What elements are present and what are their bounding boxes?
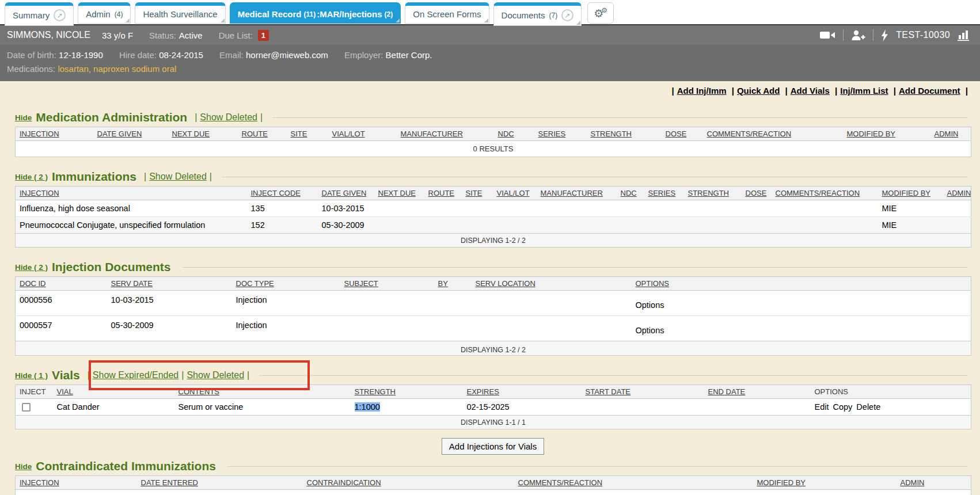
vial-select-checkbox[interactable] bbox=[22, 403, 31, 412]
add-patient-icon[interactable] bbox=[851, 30, 865, 41]
col-strength[interactable]: STRENGTH bbox=[587, 127, 662, 141]
col-contents[interactable]: CONTENTS bbox=[174, 385, 351, 399]
open-in-new-icon[interactable]: ↗ bbox=[561, 9, 573, 21]
copy-link[interactable]: Copy bbox=[833, 402, 853, 412]
delete-link[interactable]: Delete bbox=[856, 402, 880, 412]
col-route[interactable]: ROUTE bbox=[424, 186, 462, 200]
col-admin[interactable]: ADMIN bbox=[897, 476, 971, 490]
col-comments-reaction[interactable]: COMMENTS/REACTION bbox=[772, 186, 878, 200]
col-comments-reaction[interactable]: COMMENTS/REACTION bbox=[703, 127, 843, 141]
col-modified-by[interactable]: MODIFIED BY bbox=[753, 476, 897, 490]
col-date-entered[interactable]: DATE ENTERED bbox=[137, 476, 303, 490]
patient-id: TEST-10030 bbox=[896, 30, 950, 40]
col-next-due[interactable]: NEXT DUE bbox=[168, 127, 238, 141]
col-dose[interactable]: DOSE bbox=[662, 127, 703, 141]
document-row[interactable]: 0000556 10-03-2015 Injection Options bbox=[16, 291, 971, 316]
vials-hide-link[interactable]: Hide ( 1 ) bbox=[15, 371, 48, 380]
injection-documents-hide-link[interactable]: Hide ( 2 ) bbox=[15, 263, 48, 272]
options-menu[interactable]: Options bbox=[632, 291, 971, 316]
medication-link[interactable]: naproxen sodium oral bbox=[93, 64, 176, 74]
col-series[interactable]: SERIES bbox=[644, 186, 684, 200]
col-vial-lot[interactable]: VIAL/LOT bbox=[493, 186, 537, 200]
video-camera-icon[interactable] bbox=[820, 31, 835, 40]
immunizations-hide-link[interactable]: Hide ( 2 ) bbox=[15, 173, 48, 181]
mar-show-deleted-link[interactable]: Show Deleted bbox=[200, 112, 257, 123]
immunizations-show-deleted-link[interactable]: Show Deleted bbox=[149, 172, 207, 182]
vial-row[interactable]: Cat Dander Serum or vaccine 1:1000 02-15… bbox=[16, 399, 971, 416]
tab-bar: Summary ↗ Admin (4) Health Surveillance … bbox=[0, 0, 980, 24]
options-menu[interactable]: Options bbox=[632, 316, 971, 341]
vials-show-deleted-link[interactable]: Show Deleted bbox=[187, 370, 244, 380]
col-ndc[interactable]: NDC bbox=[494, 127, 534, 141]
tab-on-screen-forms[interactable]: On Screen Forms bbox=[405, 2, 489, 24]
col-doc-type[interactable]: DOC TYPE bbox=[232, 277, 340, 291]
col-serv-date[interactable]: SERV DATE bbox=[107, 277, 232, 291]
col-strength[interactable]: STRENGTH bbox=[351, 385, 463, 399]
vials-show-expired-link[interactable]: Show Expired/Ended bbox=[93, 370, 178, 380]
paging-status: DISPLAYING 1-2 / 2 bbox=[16, 341, 971, 356]
col-injection[interactable]: INJECTION bbox=[16, 186, 247, 200]
col-dose[interactable]: DOSE bbox=[742, 186, 772, 200]
tab-admin-label: Admin bbox=[86, 9, 111, 19]
add-document-link[interactable]: Add Document bbox=[899, 86, 960, 96]
col-site[interactable]: SITE bbox=[287, 127, 328, 141]
col-options[interactable]: OPTIONS bbox=[632, 277, 971, 291]
immunization-row[interactable]: Influenza, high dose seasonal 135 10-03-… bbox=[16, 200, 971, 217]
col-date-given[interactable]: DATE GIVEN bbox=[318, 186, 374, 200]
col-expires[interactable]: EXPIRES bbox=[463, 385, 582, 399]
col-doc-id[interactable]: DOC ID bbox=[16, 277, 107, 291]
inj-imm-list-link[interactable]: Inj/Imm List bbox=[840, 86, 888, 96]
col-start-date[interactable]: START DATE bbox=[582, 385, 704, 399]
tab-summary[interactable]: Summary ↗ bbox=[5, 2, 74, 26]
col-modified-by[interactable]: MODIFIED BY bbox=[843, 127, 930, 141]
medication-link[interactable]: losartan bbox=[58, 64, 88, 74]
col-contraindication[interactable]: CONTRAINDICATION bbox=[303, 476, 514, 490]
col-strength[interactable]: STRENGTH bbox=[684, 186, 742, 200]
col-vial[interactable]: VIAL bbox=[53, 385, 174, 399]
add-inj-imm-link[interactable]: Add Inj/Imm bbox=[677, 86, 727, 96]
contraindicated-hide-link[interactable]: Hide bbox=[15, 462, 32, 471]
col-comments-reaction[interactable]: COMMENTS/REACTION bbox=[514, 476, 753, 490]
col-injection[interactable]: INJECTION bbox=[16, 476, 137, 490]
due-list-badge[interactable]: 1 bbox=[258, 30, 269, 41]
col-inject-code[interactable]: INJECT CODE bbox=[247, 186, 318, 200]
document-row[interactable]: 0000557 05-30-2009 Injection Options bbox=[16, 316, 971, 341]
add-injections-for-vials-button[interactable]: Add Injections for Vials bbox=[442, 438, 544, 455]
medications-line: Medications: losartan, naproxen sodium o… bbox=[7, 62, 971, 76]
col-series[interactable]: SERIES bbox=[534, 127, 587, 141]
col-modified-by[interactable]: MODIFIED BY bbox=[878, 186, 943, 200]
immunization-row[interactable]: Pneumococcal Conjugate, unspecified form… bbox=[16, 217, 971, 234]
col-by[interactable]: BY bbox=[434, 277, 472, 291]
col-ndc[interactable]: NDC bbox=[617, 186, 644, 200]
tab-medical-record-suffix-count: (2) bbox=[385, 10, 393, 18]
col-vial-lot[interactable]: VIAL/LOT bbox=[328, 127, 397, 141]
col-date-given[interactable]: DATE GIVEN bbox=[93, 127, 168, 141]
immunizations-table: INJECTION INJECT CODE DATE GIVEN NEXT DU… bbox=[15, 186, 971, 248]
tab-admin[interactable]: Admin (4) bbox=[78, 2, 131, 24]
dob-value: 12-18-1990 bbox=[59, 50, 103, 60]
col-end-date[interactable]: END DATE bbox=[704, 385, 811, 399]
col-site[interactable]: SITE bbox=[462, 186, 493, 200]
col-admin[interactable]: ADMIN bbox=[943, 186, 971, 200]
edit-link[interactable]: Edit bbox=[815, 402, 829, 412]
col-manufacturer[interactable]: MANUFACTURER bbox=[397, 127, 494, 141]
col-serv-location[interactable]: SERV LOCATION bbox=[472, 277, 632, 291]
separator: , bbox=[89, 64, 93, 74]
col-subject[interactable]: SUBJECT bbox=[340, 277, 434, 291]
tab-documents[interactable]: Documents (7) ↗ bbox=[493, 2, 582, 26]
tab-summary-label: Summary bbox=[13, 10, 50, 20]
lightning-icon[interactable] bbox=[881, 29, 888, 41]
mar-hide-link[interactable]: Hide bbox=[15, 113, 32, 122]
quick-add-link[interactable]: Quick Add bbox=[737, 86, 780, 96]
tab-medical-record[interactable]: Medical Record (11) :MAR/Injections (2) bbox=[230, 2, 401, 24]
settings-button[interactable]: ⚙ ⚙ bbox=[587, 2, 614, 24]
col-next-due[interactable]: NEXT DUE bbox=[374, 186, 424, 200]
open-in-new-icon[interactable]: ↗ bbox=[54, 9, 66, 21]
tab-health-surveillance[interactable]: Health Surveillance bbox=[135, 2, 225, 24]
add-vials-link[interactable]: Add Vials bbox=[791, 86, 830, 96]
col-manufacturer[interactable]: MANUFACTURER bbox=[537, 186, 617, 200]
col-injection[interactable]: INJECTION bbox=[16, 127, 93, 141]
col-route[interactable]: ROUTE bbox=[238, 127, 287, 141]
col-admin[interactable]: ADMIN bbox=[930, 127, 971, 141]
bar-chart-icon[interactable] bbox=[958, 29, 971, 41]
